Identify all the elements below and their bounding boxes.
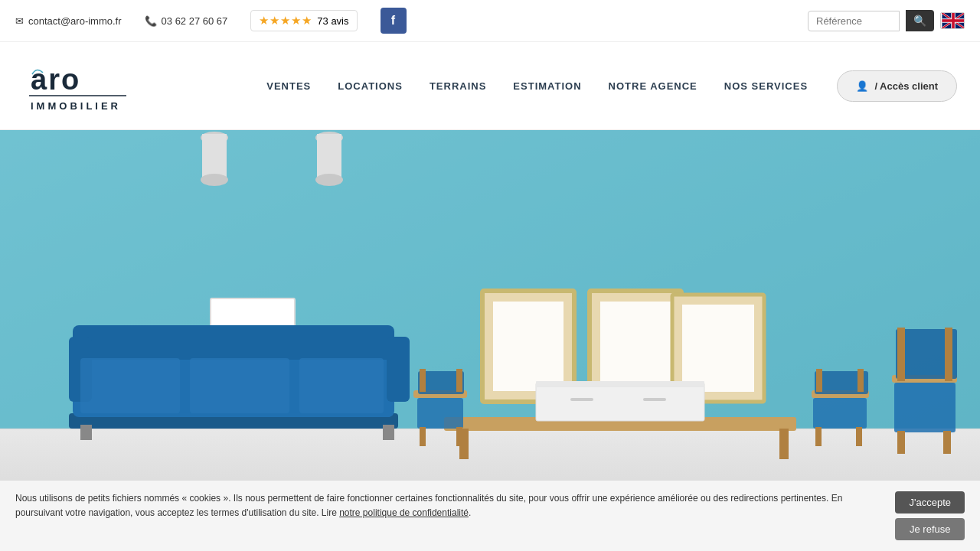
- privacy-policy-link[interactable]: notre politique de confidentialité: [339, 507, 469, 518]
- svg-rect-58: [856, 427, 862, 446]
- nav-item-estimation[interactable]: ESTIMATION: [513, 80, 581, 92]
- svg-rect-67: [897, 328, 905, 381]
- email-text: contact@aro-immo.fr: [28, 15, 122, 27]
- svg-rect-47: [643, 398, 666, 401]
- topbar-right: 🔍: [808, 10, 965, 31]
- nav-item-locations[interactable]: LOCATIONS: [338, 80, 403, 92]
- stars: ★★★★★: [259, 14, 312, 28]
- svg-rect-68: [945, 328, 952, 381]
- svg-rect-8: [942, 19, 964, 22]
- svg-rect-28: [600, 302, 671, 391]
- svg-rect-54: [456, 369, 462, 392]
- svg-rect-39: [80, 425, 92, 440]
- svg-text:IMMOBILIER: IMMOBILIER: [31, 100, 121, 111]
- cookie-buttons: J'accepte Je refuse: [895, 491, 965, 540]
- svg-rect-37: [190, 358, 289, 413]
- svg-rect-64: [897, 431, 905, 454]
- nav-item-nos-services[interactable]: NOS SERVICES: [724, 80, 808, 92]
- search-icon: 🔍: [913, 15, 926, 27]
- nav-item-notre-agence[interactable]: NOTRE AGENCE: [609, 80, 697, 92]
- svg-rect-61: [858, 369, 864, 392]
- svg-rect-57: [815, 427, 822, 446]
- svg-rect-63: [894, 383, 956, 432]
- svg-rect-53: [420, 369, 426, 392]
- svg-rect-51: [456, 427, 462, 446]
- svg-rect-36: [80, 358, 180, 413]
- facebook-icon: f: [391, 14, 395, 28]
- svg-rect-44: [536, 383, 704, 421]
- svg-rect-45: [536, 381, 704, 387]
- logo-area: aro IMMOBILIER: [23, 57, 237, 114]
- reviews-count: 73 avis: [317, 15, 348, 27]
- envelope-icon: ✉: [15, 15, 24, 27]
- contact-email: ✉ contact@aro-immo.fr: [15, 15, 122, 27]
- svg-point-21: [315, 174, 343, 186]
- phone-text: 03 62 27 60 67: [162, 15, 228, 27]
- topbar-left: ✉ contact@aro-immo.fr 📞 03 62 27 60 67 ★…: [15, 8, 407, 34]
- svg-rect-43: [779, 429, 789, 459]
- cookie-bar: Nous utilisons de petits fichiers nommés…: [0, 480, 980, 551]
- accept-cookies-button[interactable]: J'accepte: [895, 491, 965, 514]
- user-icon: 👤: [856, 80, 868, 92]
- phone-icon: 📞: [145, 15, 157, 27]
- refuse-cookies-button[interactable]: Je refuse: [895, 518, 965, 540]
- cookie-text: Nous utilisons de petits fichiers nommés…: [15, 491, 858, 520]
- navbar: aro IMMOBILIER VENTES LOCATIONS TERRAINS…: [0, 42, 980, 130]
- svg-rect-56: [813, 398, 867, 429]
- facebook-button[interactable]: f: [381, 8, 407, 34]
- contact-phone: 📞 03 62 27 60 67: [145, 15, 228, 27]
- nav-links: VENTES LOCATIONS TERRAINS ESTIMATION NOT…: [237, 80, 837, 92]
- svg-rect-20: [317, 134, 341, 180]
- svg-rect-50: [420, 427, 426, 446]
- reviews-badge[interactable]: ★★★★★ 73 avis: [250, 10, 357, 31]
- topbar: ✉ contact@aro-immo.fr 📞 03 62 27 60 67 ★…: [0, 0, 980, 42]
- svg-rect-17: [202, 134, 227, 180]
- client-button-label: / Accès client: [874, 80, 938, 92]
- reference-input[interactable]: [808, 11, 900, 31]
- cookie-period: .: [469, 507, 471, 518]
- svg-rect-46: [570, 398, 593, 401]
- logo: aro IMMOBILIER: [23, 57, 191, 111]
- svg-rect-38: [299, 358, 384, 413]
- svg-text:aro: aro: [31, 64, 80, 96]
- nav-item-ventes[interactable]: VENTES: [266, 80, 311, 92]
- reference-search-button[interactable]: 🔍: [906, 10, 934, 31]
- svg-rect-40: [383, 425, 394, 440]
- nav-item-terrains[interactable]: TERRAINS: [430, 80, 486, 92]
- svg-rect-35: [387, 337, 410, 402]
- svg-rect-60: [816, 369, 822, 392]
- svg-rect-26: [493, 302, 564, 391]
- client-access-button[interactable]: 👤 / Accès client: [837, 70, 957, 102]
- svg-rect-33: [73, 325, 394, 360]
- svg-rect-65: [943, 431, 951, 454]
- svg-rect-30: [682, 305, 754, 392]
- svg-rect-49: [417, 398, 463, 429]
- svg-point-18: [201, 174, 228, 186]
- language-flag[interactable]: [940, 12, 965, 29]
